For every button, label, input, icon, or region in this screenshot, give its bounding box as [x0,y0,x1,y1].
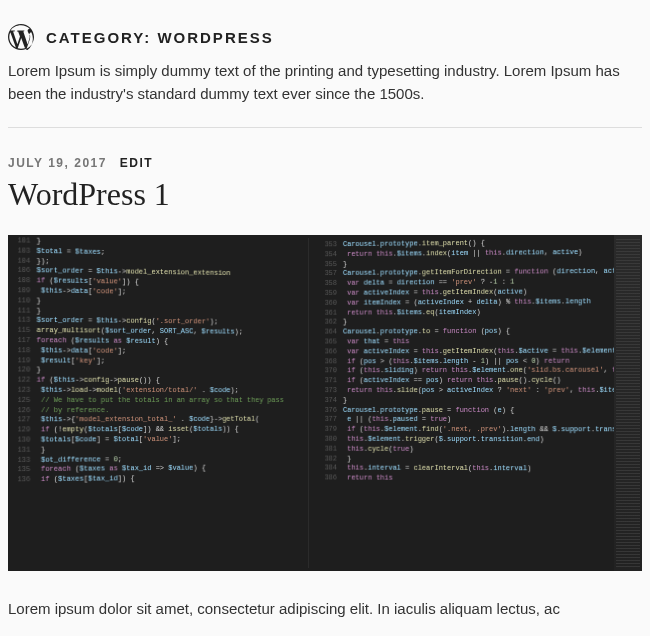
post: July 19, 2017 Edit WordPress 1 101} 103$… [8,156,642,621]
wordpress-logo-icon [8,24,34,50]
category-title: CATEGORY: WORDPRESS [46,29,274,46]
code-preview-left: 101} 103$total = $taxes; 104}); 106$sort… [8,235,309,571]
divider [8,127,642,128]
edit-link[interactable]: Edit [120,156,153,170]
post-meta: July 19, 2017 Edit [8,156,642,170]
category-description: Lorem Ipsum is simply dummy text of the … [8,60,642,105]
category-header: CATEGORY: WORDPRESS [8,0,642,60]
featured-image[interactable]: 101} 103$total = $taxes; 104}); 106$sort… [8,235,642,571]
post-title-link[interactable]: WordPress 1 [8,176,170,212]
post-title: WordPress 1 [8,176,642,213]
post-date: July 19, 2017 [8,156,107,170]
code-minimap [614,235,642,571]
code-preview-right: 353Carousel.prototype.item_parent() { 35… [313,235,615,571]
post-excerpt: Lorem ipsum dolor sit amet, consectetur … [8,597,642,621]
